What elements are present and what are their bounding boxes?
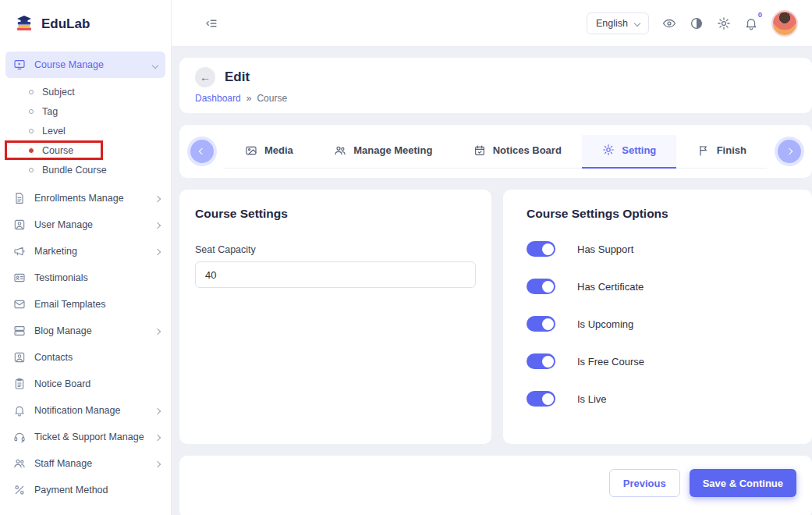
subitem-label: Subject [42,87,75,98]
sidebar-collapse-icon[interactable] [204,16,218,30]
seat-capacity-input[interactable] [195,261,476,288]
chevron-right-icon [155,432,160,442]
id-card-icon [13,272,26,284]
bullet-icon [29,129,34,133]
toggle-list: Has Support Has Certificate Is Upcoming [527,230,796,417]
eye-icon[interactable] [662,16,676,30]
sidebar-item-blog-manage[interactable]: Blog Manage [0,318,171,344]
percent-icon [13,484,26,496]
breadcrumb: Dashboard » Course [195,93,796,104]
subitem-label: Tag [42,106,58,117]
sidebar-item-notice-board[interactable]: Notice Board [0,371,171,397]
sidebar-subitem-bundle-course[interactable]: Bundle Course [0,160,171,179]
course-settings-title: Course Settings [195,207,476,221]
sidebar-item-label: Course Manage [34,59,104,70]
topbar-right: English 0 [587,10,798,37]
bullet-icon [29,168,34,172]
is-free-course-toggle[interactable] [527,353,555,369]
chevron-down-icon [153,59,158,70]
sidebar-subitem-level[interactable]: Level [0,121,171,140]
tabs-scroll-right-button[interactable] [778,140,801,163]
sidebar-item-user-manage[interactable]: User Manage [0,211,171,238]
staff-icon [13,457,26,470]
sidebar-item-marketing[interactable]: Marketing [0,238,171,265]
bullet-icon [29,148,34,153]
chevron-right-icon [155,193,160,204]
course-settings-card: Course Settings Seat Capacity [179,190,491,444]
toggle-row-has-certificate: Has Certificate [527,268,796,305]
toggle-row-is-free-course: Is Free Course [527,343,796,380]
megaphone-icon [13,245,26,258]
tab-media[interactable]: Media [225,135,314,168]
notification-badge: 0 [758,10,762,19]
tabs-scroll-left-button[interactable] [190,140,214,163]
sidebar-subitem-subject[interactable]: Subject [0,82,171,101]
is-live-toggle[interactable] [527,391,555,407]
app-root: EduLab Course Manage Subject Tag Level C… [0,0,812,515]
tab-manage-meeting[interactable]: Manage Meeting [314,135,452,168]
sidebar-item-payment-method[interactable]: Payment Method [0,477,171,503]
course-submenu: Subject Tag Level Course Bundle Course [0,82,171,179]
edulab-logo[interactable]: EduLab [0,0,171,48]
sidebar-item-label: Email Templates [34,299,105,310]
is-upcoming-toggle[interactable] [527,316,555,332]
sidebar-item-notification-manage[interactable]: Notification Manage [0,397,171,424]
tab-label: Setting [622,144,656,156]
sidebar-item-label: Contacts [34,352,73,363]
save-continue-button[interactable]: Save & Continue [690,469,796,497]
user-avatar[interactable] [771,10,798,37]
chevron-down-icon [634,20,640,26]
back-button[interactable]: ← [195,67,215,87]
previous-button[interactable]: Previous [609,469,680,497]
flag-icon [697,144,710,157]
sidebar-item-testimonials[interactable]: Testimonials [0,265,171,291]
bullet-icon [29,109,34,114]
tab-setting[interactable]: Setting [582,135,676,169]
tab-finish[interactable]: Finish [677,135,767,168]
toggle-label: Has Support [577,243,633,255]
sidebar: EduLab Course Manage Subject Tag Level C… [0,0,172,515]
sidebar-item-label: User Manage [34,219,93,230]
sidebar-nav: Course Manage Subject Tag Level Course B… [0,48,171,503]
chevron-right-icon [155,246,160,257]
sidebar-item-contacts[interactable]: Contacts [0,344,171,371]
sidebar-subitem-tag[interactable]: Tag [0,101,171,121]
has-support-toggle[interactable] [527,241,555,257]
sidebar-item-course-manage[interactable]: Course Manage [5,52,165,78]
language-select[interactable]: English [587,12,649,34]
settings-row: Course Settings Seat Capacity Course Set… [179,190,812,444]
theme-contrast-icon[interactable] [690,16,704,30]
breadcrumb-dashboard-link[interactable]: Dashboard [195,93,241,104]
clipboard-icon [13,378,26,390]
brand-name: EduLab [41,16,90,32]
has-certificate-toggle[interactable] [527,279,555,294]
tab-label: Manage Meeting [353,144,432,156]
image-icon [245,144,257,157]
toggle-row-has-support: Has Support [527,230,796,268]
sidebar-item-label: Testimonials [34,272,88,283]
headset-icon [13,431,26,443]
sidebar-item-label: Staff Manage [34,458,92,469]
sidebar-item-staff-manage[interactable]: Staff Manage [0,450,171,477]
users-icon [334,144,346,157]
blog-icon [13,325,26,337]
chevron-right-icon [155,325,160,336]
notifications-bell-icon[interactable]: 0 [744,16,758,30]
wizard-footer-card: Previous Save & Continue [179,456,812,515]
chevron-right-icon [155,405,160,416]
sidebar-item-email-templates[interactable]: Email Templates [0,291,171,318]
sidebar-item-label: Ticket & Support Manage [34,432,144,442]
toggle-label: Is Live [577,393,607,405]
sidebar-item-ticket-support-manage[interactable]: Ticket & Support Manage [0,424,171,450]
main-area: English 0 ← Edit [172,0,812,515]
course-settings-options-card: Course Settings Options Has Support Has … [503,190,812,444]
contacts-icon [13,351,26,364]
sidebar-item-label: Notice Board [34,378,90,389]
page-head-card: ← Edit Dashboard » Course [179,58,812,113]
tab-notices-board[interactable]: Notices Board [453,135,582,168]
bullet-icon [29,90,34,94]
user-icon [13,218,26,231]
settings-gear-icon[interactable] [717,16,731,30]
sidebar-item-enrollments-manage[interactable]: Enrollments Manage [0,185,171,211]
sidebar-subitem-course[interactable]: Course [0,140,171,160]
